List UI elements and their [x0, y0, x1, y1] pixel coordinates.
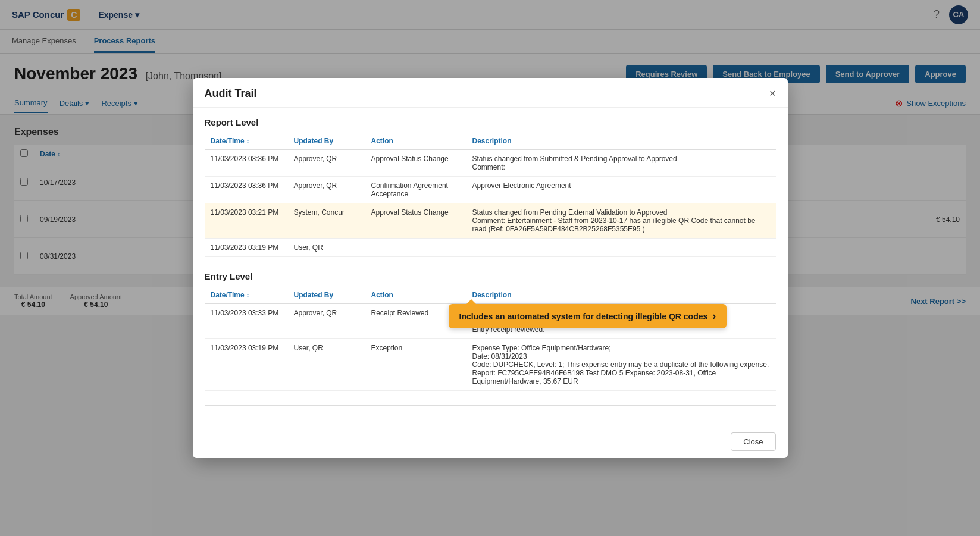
sort-icon: ↕: [246, 292, 249, 299]
audit-description: [466, 239, 776, 257]
col-updated-by: Updated By: [288, 133, 365, 149]
audit-action: Confirmation Agreement Acceptance: [365, 177, 466, 203]
audit-row: 11/03/2023 03:19 PM User, QR: [205, 239, 776, 257]
audit-description: Status changed from Submitted & Pending …: [466, 149, 776, 177]
report-level-title: Report Level: [205, 117, 776, 127]
col-datetime: Date/Time ↕: [205, 133, 288, 149]
audit-trail-modal: Audit Trail × Report Level Date/Time ↕ U…: [193, 78, 788, 315]
modal-header: Audit Trail ×: [193, 78, 788, 108]
modal-close-button[interactable]: ×: [769, 87, 776, 100]
audit-datetime: 11/03/2023 03:36 PM: [205, 149, 288, 177]
modal-overlay: Audit Trail × Report Level Date/Time ↕ U…: [0, 0, 980, 315]
audit-datetime: 11/03/2023 03:21 PM: [205, 203, 288, 239]
modal-title: Audit Trail: [205, 87, 257, 100]
audit-row: 11/03/2023 03:36 PM Approver, QR Approva…: [205, 149, 776, 177]
audit-description: Status changed from Pending External Val…: [466, 203, 776, 239]
entry-level-title: Entry Level: [205, 271, 776, 281]
audit-action: Approval Status Change: [365, 203, 466, 239]
col-action: Action: [365, 133, 466, 149]
sort-icon: ↕: [246, 138, 249, 145]
audit-updated-by: Approver, QR: [288, 303, 365, 315]
audit-updated-by: System, Concur: [288, 203, 365, 239]
audit-description: Approver Electronic Agreement: [466, 177, 776, 203]
audit-datetime: 11/03/2023 03:33 PM: [205, 303, 288, 315]
audit-row-highlighted: 11/03/2023 03:21 PM System, Concur Appro…: [205, 203, 776, 239]
col-action: Action: [365, 287, 466, 303]
audit-row: 11/03/2023 03:36 PM Approver, QR Confirm…: [205, 177, 776, 203]
audit-action: Approval Status Change: [365, 149, 466, 177]
col-description: Description: [466, 287, 776, 303]
callout-tooltip: Includes an automated system for detecti…: [449, 304, 727, 315]
report-level-table: Date/Time ↕ Updated By Action Descriptio…: [205, 133, 776, 257]
audit-updated-by: User, QR: [288, 239, 365, 257]
callout-arrow: ›: [712, 310, 716, 315]
modal-body: Report Level Date/Time ↕ Updated By Acti…: [193, 108, 788, 315]
col-description: Description: [466, 133, 776, 149]
audit-datetime: 11/03/2023 03:36 PM: [205, 177, 288, 203]
col-updated-by: Updated By: [288, 287, 365, 303]
col-datetime: Date/Time ↕: [205, 287, 288, 303]
audit-datetime: 11/03/2023 03:19 PM: [205, 239, 288, 257]
callout-text: Includes an automated system for detecti…: [459, 312, 708, 315]
audit-action: [365, 239, 466, 257]
audit-updated-by: Approver, QR: [288, 149, 365, 177]
audit-updated-by: Approver, QR: [288, 177, 365, 203]
